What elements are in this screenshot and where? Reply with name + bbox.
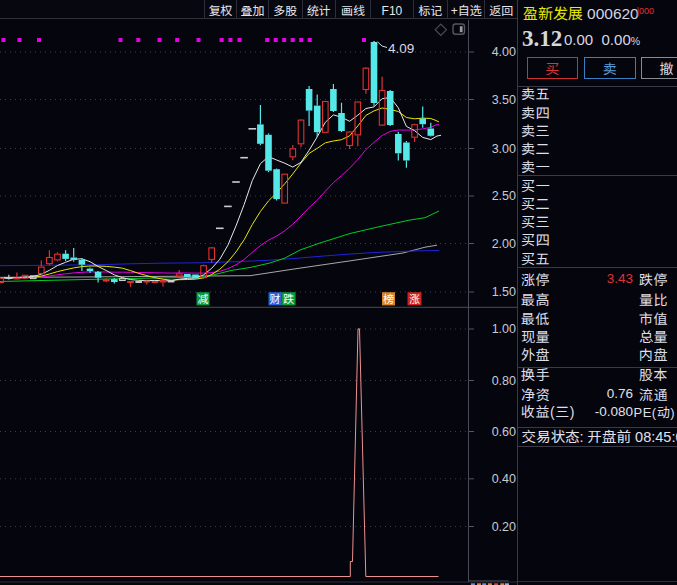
svg-text:榜: 榜	[383, 290, 394, 306]
svg-text:0.40: 0.40	[492, 472, 516, 486]
svg-text:4.09: 4.09	[388, 41, 414, 56]
svg-text:0.20: 0.20	[492, 520, 516, 534]
svg-text:减: 减	[198, 290, 209, 306]
svg-text:跌: 跌	[283, 290, 294, 306]
svg-text:4.00: 4.00	[492, 45, 516, 59]
svg-text:3.50: 3.50	[492, 93, 516, 107]
svg-text:3.00: 3.00	[492, 142, 516, 156]
svg-text:2.00: 2.00	[492, 237, 516, 251]
svg-text:2.50: 2.50	[492, 189, 516, 203]
svg-text:财: 财	[270, 290, 281, 306]
svg-text:0.80: 0.80	[492, 374, 516, 388]
svg-text:涨: 涨	[409, 290, 420, 306]
svg-text:1.50: 1.50	[492, 285, 516, 299]
svg-text:1.00: 1.00	[492, 322, 516, 336]
svg-text:0.60: 0.60	[492, 425, 516, 439]
